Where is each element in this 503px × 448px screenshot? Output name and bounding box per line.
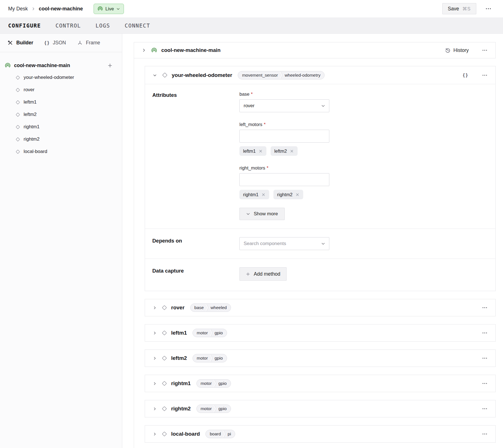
expand-card-button[interactable] — [152, 355, 158, 361]
component-title: rover — [171, 305, 185, 311]
component-card-leftm1: leftm1 motor gpio — [145, 324, 496, 342]
component-diamond-icon — [15, 100, 20, 105]
machine-card-menu-button[interactable] — [481, 48, 489, 52]
attributes-fields: base rover — [239, 92, 332, 220]
remove-chip-button[interactable] — [295, 193, 300, 197]
component-title: rightm1 — [171, 380, 191, 387]
machine-menu-button[interactable] — [484, 6, 493, 11]
tree-root-machine-part[interactable]: cool-new-machine-main — [5, 60, 114, 71]
pill-divider-icon — [214, 405, 216, 413]
braces-icon: { } — [44, 40, 49, 46]
tree-item-your-wheeled-odometer[interactable]: your-wheeled-odometer — [15, 71, 114, 84]
close-icon — [262, 193, 265, 196]
tree-children: your-wheeled-odometer rover leftm1 leftm… — [5, 71, 114, 158]
history-button[interactable]: History — [445, 47, 469, 53]
pill-divider-icon — [280, 71, 283, 79]
pill-divider-icon — [223, 430, 226, 438]
tab-logs[interactable]: LOGS — [96, 21, 110, 30]
field-label-text: left_motors — [239, 122, 262, 127]
mode-frame[interactable]: Frame — [77, 40, 100, 46]
ellipsis-icon — [482, 408, 487, 410]
mode-json-label: JSON — [53, 40, 66, 46]
right-motors-chips: rightm1 rightm2 — [239, 190, 332, 199]
tab-control[interactable]: CONTROL — [55, 21, 81, 30]
right-motors-input[interactable] — [239, 173, 329, 186]
add-component-button[interactable] — [107, 62, 114, 69]
remove-chip-button[interactable] — [290, 149, 294, 153]
sidebar: Builder { } JSON Frame — [0, 34, 122, 448]
depends-on-placeholder: Search components — [244, 241, 321, 246]
card-menu-button[interactable] — [481, 356, 489, 360]
component-type-pill: motor gpio — [196, 404, 231, 413]
left-motors-input[interactable] — [239, 130, 329, 143]
base-select[interactable]: rover — [239, 99, 329, 112]
edit-json-button[interactable]: { } — [462, 71, 469, 79]
card-menu-button[interactable] — [481, 73, 489, 77]
live-label: Live — [105, 6, 114, 12]
field-label-text: right_motors — [239, 165, 265, 171]
component-type: motor — [197, 381, 214, 386]
machine-online-icon — [98, 6, 103, 12]
plus-icon — [108, 63, 112, 68]
tab-configure[interactable]: CONFIGURE — [8, 21, 41, 30]
expand-card-button[interactable] — [152, 381, 158, 387]
tree-item-leftm2[interactable]: leftm2 — [15, 108, 114, 121]
mode-json[interactable]: { } JSON — [44, 40, 66, 46]
card-menu-button[interactable] — [481, 331, 489, 335]
card-menu-button[interactable] — [481, 305, 489, 310]
show-more-button[interactable]: Show more — [239, 208, 285, 220]
base-select-value: rover — [244, 103, 321, 109]
component-diamond-icon — [162, 355, 167, 361]
component-model: gpio — [216, 381, 230, 386]
machine-part-icon — [151, 47, 157, 53]
ellipsis-icon — [482, 383, 487, 384]
live-status-badge[interactable]: Live — [94, 4, 124, 14]
card-menu-button[interactable] — [481, 406, 489, 411]
component-card-rightm2: rightm2 motor gpio — [145, 400, 496, 417]
tree-item-leftm1[interactable]: leftm1 — [15, 96, 114, 108]
component-tree: cool-new-machine-main your-wheeled-odome… — [0, 52, 122, 158]
card-menu-button[interactable] — [481, 381, 489, 386]
breadcrumb-my-desk[interactable]: My Desk — [8, 6, 28, 12]
depends-on-fields: Search components — [239, 237, 332, 250]
depends-on-select[interactable]: Search components — [239, 237, 329, 250]
collapse-card-button[interactable] — [152, 72, 158, 78]
tree-item-rightm1[interactable]: rightm1 — [15, 121, 114, 133]
close-icon — [296, 193, 299, 196]
machine-part-title: cool-new-machine-main — [161, 47, 441, 53]
expand-card-button[interactable] — [152, 305, 158, 311]
add-method-button[interactable]: Add method — [239, 267, 287, 281]
remove-chip-button[interactable] — [261, 193, 266, 197]
component-diamond-icon — [15, 112, 20, 117]
component-diamond-icon — [162, 72, 168, 78]
tree-item-label: rightm2 — [24, 136, 40, 142]
expand-card-button[interactable] — [152, 431, 158, 437]
expand-card-button[interactable] — [152, 330, 158, 336]
component-title: leftm2 — [171, 355, 187, 361]
expand-machine-card-button[interactable] — [141, 47, 147, 53]
save-shortcut: ⌘S — [462, 6, 471, 12]
mode-builder[interactable]: Builder — [8, 40, 33, 46]
component-type-pill: motor gpio — [192, 354, 227, 362]
component-title: leftm1 — [171, 330, 187, 336]
ellipsis-icon — [482, 357, 487, 359]
card-menu-button[interactable] — [481, 432, 489, 436]
remove-chip-button[interactable] — [259, 149, 263, 153]
expand-card-button[interactable] — [152, 406, 158, 412]
save-button[interactable]: Save ⌘S — [442, 3, 476, 14]
field-label: left_motors — [239, 122, 332, 127]
tree-item-local-board[interactable]: local-board — [15, 145, 114, 158]
machine-part-icon — [5, 63, 11, 68]
ellipsis-icon — [482, 332, 487, 334]
tree-item-label: leftm2 — [24, 112, 37, 117]
data-capture-label: Data capture — [152, 267, 239, 281]
tree-item-label: leftm1 — [24, 99, 37, 105]
tree-item-rover[interactable]: rover — [15, 84, 114, 96]
ellipsis-icon — [482, 433, 487, 435]
component-card-leftm2: leftm2 motor gpio — [145, 349, 496, 367]
pill-divider-icon — [210, 354, 213, 362]
main-panel: cool-new-machine-main History — [122, 34, 503, 448]
tree-item-rightm2[interactable]: rightm2 — [15, 133, 114, 145]
tab-connect[interactable]: CONNECT — [125, 21, 150, 30]
chevron-down-icon — [321, 242, 325, 246]
